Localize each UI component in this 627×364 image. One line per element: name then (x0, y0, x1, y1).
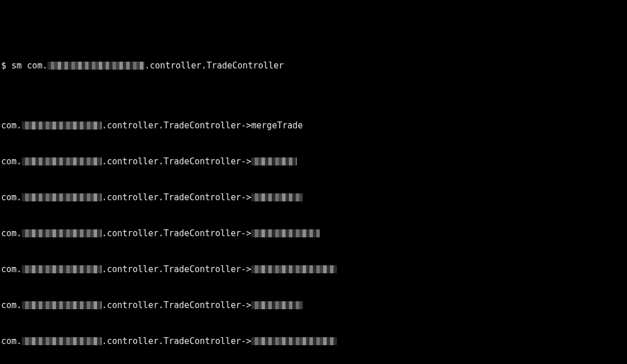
cmd1-line: $ sm com..controller.TradeController (1, 48, 626, 72)
obfuscated-method (251, 193, 303, 201)
obfuscated-method (251, 229, 320, 237)
cmd1-pkg-prefix: com. (27, 60, 47, 71)
obfuscated-method (251, 337, 337, 345)
method-row: com..controller.TradeController-> (1, 192, 626, 204)
cmd1-verb: sm (11, 60, 22, 71)
obfuscated-package (22, 301, 102, 309)
obfuscated-method (251, 265, 337, 273)
method-name: mergeTrade (251, 120, 303, 131)
obfuscated-package (22, 122, 102, 130)
obfuscated-package (22, 265, 102, 273)
obfuscated-method (251, 301, 303, 309)
obfuscated-method (251, 157, 297, 165)
method-row: com..controller.TradeController-> (1, 300, 626, 312)
method-row: com..controller.TradeController-> (1, 228, 626, 240)
obfuscated-package (22, 193, 102, 201)
method-row: com..controller.TradeController-> (1, 335, 626, 347)
cmd1-class-suffix: .controller.TradeController (144, 60, 284, 71)
obfuscated-package (47, 62, 144, 70)
method-row: com..controller.TradeController-> (1, 264, 626, 276)
prompt: $ (1, 60, 6, 71)
method-row: com..controller.TradeController->mergeTr… (1, 120, 626, 132)
obfuscated-package (22, 337, 102, 345)
terminal[interactable]: $ sm com..controller.TradeController com… (0, 0, 627, 364)
obfuscated-package (22, 229, 102, 237)
obfuscated-package (22, 157, 102, 165)
method-row: com..controller.TradeController-> (1, 156, 626, 168)
